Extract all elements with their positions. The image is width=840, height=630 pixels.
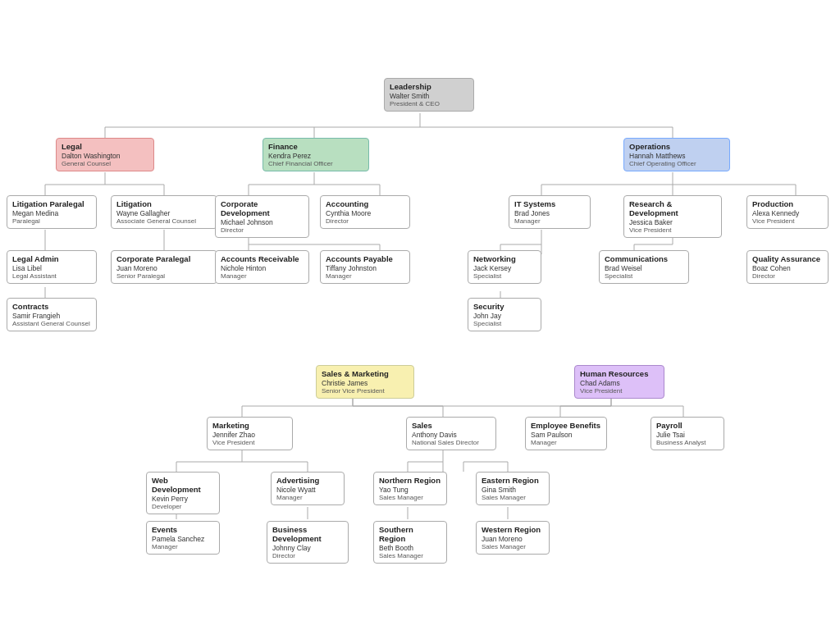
contracts-name: Samir Frangieh: [12, 312, 91, 320]
communications-name: Brad Weisel: [605, 264, 683, 272]
western-region-name: Juan Moreno: [482, 535, 544, 543]
communications-title: Communications: [605, 254, 683, 263]
eastern-region-name: Gina Smith: [482, 486, 544, 494]
sales-name: Anthony Davis: [412, 431, 491, 439]
leadership-title: Leadership: [390, 82, 468, 91]
networking-name: Jack Kersey: [473, 264, 536, 272]
legal-name: Dalton Washington: [62, 152, 148, 160]
northern-region-role: Sales Manager: [379, 494, 441, 501]
eastern-region-title: Eastern Region: [482, 476, 544, 485]
node-contracts: Contracts Samir Frangieh Assistant Gener…: [7, 298, 97, 331]
research-dev-title: Research & Development: [629, 199, 716, 217]
advertising-title: Advertising: [276, 476, 339, 485]
node-accounting: Accounting Cynthia Moore Director: [320, 195, 410, 229]
node-corp-dev: Corporate Development Michael Johnson Di…: [215, 195, 309, 238]
production-role: Vice President: [752, 217, 823, 225]
southern-region-title: Southern Region: [379, 525, 441, 543]
node-litigation: Litigation Wayne Gallagher Associate Gen…: [111, 195, 217, 229]
quality-assurance-role: Director: [752, 272, 823, 280]
sales-marketing-title: Sales & Marketing: [322, 369, 409, 378]
node-operations: Operations Hannah Matthews Chief Operati…: [623, 138, 730, 171]
networking-title: Networking: [473, 254, 536, 263]
litigation-title: Litigation: [116, 199, 212, 208]
payroll-role: Business Analyst: [656, 439, 719, 446]
node-events: Events Pamela Sanchez Manager: [146, 521, 220, 555]
node-northern-region: Northern Region Yao Tung Sales Manager: [373, 472, 447, 505]
payroll-title: Payroll: [656, 421, 719, 430]
events-name: Pamela Sanchez: [152, 535, 214, 543]
employee-benefits-title: Employee Benefits: [531, 421, 601, 430]
advertising-role: Manager: [276, 494, 339, 501]
accts-payable-title: Accounts Payable: [326, 254, 404, 263]
security-name: John Jay: [473, 312, 536, 320]
business-dev-name: Johnny Clay: [272, 544, 343, 552]
payroll-name: Julie Tsai: [656, 431, 719, 439]
node-legal-admin: Legal Admin Lisa Libel Legal Assistant: [7, 250, 97, 284]
quality-assurance-name: Boaz Cohen: [752, 264, 823, 272]
human-resources-role: Vice President: [580, 387, 659, 395]
leadership-role: President & CEO: [390, 100, 468, 107]
node-legal: Legal Dalton Washington General Counsel: [56, 138, 154, 171]
litigation-paralegal-title: Litigation Paralegal: [12, 199, 91, 208]
southern-region-name: Beth Booth: [379, 544, 441, 552]
events-role: Manager: [152, 543, 214, 550]
finance-title: Finance: [268, 142, 363, 151]
marketing-title: Marketing: [212, 421, 287, 430]
accts-payable-role: Manager: [326, 272, 404, 280]
sales-marketing-name: Christie James: [322, 379, 409, 387]
southern-region-role: Sales Manager: [379, 552, 441, 559]
node-business-dev: Business Development Johnny Clay Directo…: [267, 521, 349, 564]
accts-payable-name: Tiffany Johnston: [326, 264, 404, 272]
node-accts-payable: Accounts Payable Tiffany Johnston Manage…: [320, 250, 410, 284]
web-dev-name: Kevin Perry: [152, 495, 214, 503]
node-eastern-region: Eastern Region Gina Smith Sales Manager: [476, 472, 550, 505]
communications-role: Specialist: [605, 272, 683, 280]
node-networking: Networking Jack Kersey Specialist: [468, 250, 541, 284]
human-resources-title: Human Resources: [580, 369, 659, 378]
it-systems-title: IT Systems: [514, 199, 585, 208]
litigation-role: Associate General Counsel: [116, 217, 212, 225]
accounting-name: Cynthia Moore: [326, 209, 404, 217]
employee-benefits-role: Manager: [531, 439, 601, 446]
eastern-region-role: Sales Manager: [482, 494, 544, 501]
operations-title: Operations: [629, 142, 724, 151]
sales-role: National Sales Director: [412, 439, 491, 446]
node-web-dev: Web Development Kevin Perry Developer: [146, 472, 220, 514]
western-region-title: Western Region: [482, 525, 544, 534]
contracts-title: Contracts: [12, 302, 91, 311]
finance-name: Kendra Perez: [268, 152, 363, 160]
accts-receivable-name: Nichole Hinton: [221, 264, 304, 272]
node-sales-marketing: Sales & Marketing Christie James Senior …: [316, 365, 414, 399]
node-accts-receivable: Accounts Receivable Nichole Hinton Manag…: [215, 250, 309, 284]
it-systems-name: Brad Jones: [514, 209, 585, 217]
node-sales: Sales Anthony Davis National Sales Direc…: [406, 417, 496, 450]
node-communications: Communications Brad Weisel Specialist: [599, 250, 689, 284]
business-dev-role: Director: [272, 552, 343, 559]
node-litigation-paralegal: Litigation Paralegal Megan Medina Parale…: [7, 195, 97, 229]
western-region-role: Sales Manager: [482, 543, 544, 550]
business-dev-title: Business Development: [272, 525, 343, 543]
node-payroll: Payroll Julie Tsai Business Analyst: [651, 417, 724, 450]
accts-receivable-role: Manager: [221, 272, 304, 280]
legal-admin-name: Lisa Libel: [12, 264, 91, 272]
security-title: Security: [473, 302, 536, 311]
accounting-title: Accounting: [326, 199, 404, 208]
node-leadership: Leadership Walter Smith President & CEO: [384, 78, 474, 112]
northern-region-title: Northern Region: [379, 476, 441, 485]
production-title: Production: [752, 199, 823, 208]
node-southern-region: Southern Region Beth Booth Sales Manager: [373, 521, 447, 564]
human-resources-name: Chad Adams: [580, 379, 659, 387]
node-production: Production Alexa Kennedy Vice President: [746, 195, 829, 229]
legal-admin-title: Legal Admin: [12, 254, 91, 263]
litigation-paralegal-role: Paralegal: [12, 217, 91, 225]
corp-paralegal-name: Juan Moreno: [116, 264, 212, 272]
production-name: Alexa Kennedy: [752, 209, 823, 217]
legal-admin-role: Legal Assistant: [12, 272, 91, 280]
accounting-role: Director: [326, 217, 404, 225]
corp-paralegal-role: Senior Paralegal: [116, 272, 212, 280]
node-security: Security John Jay Specialist: [468, 298, 541, 331]
research-dev-name: Jessica Baker: [629, 218, 716, 226]
it-systems-role: Manager: [514, 217, 585, 225]
advertising-name: Nicole Wyatt: [276, 486, 339, 494]
northern-region-name: Yao Tung: [379, 486, 441, 494]
